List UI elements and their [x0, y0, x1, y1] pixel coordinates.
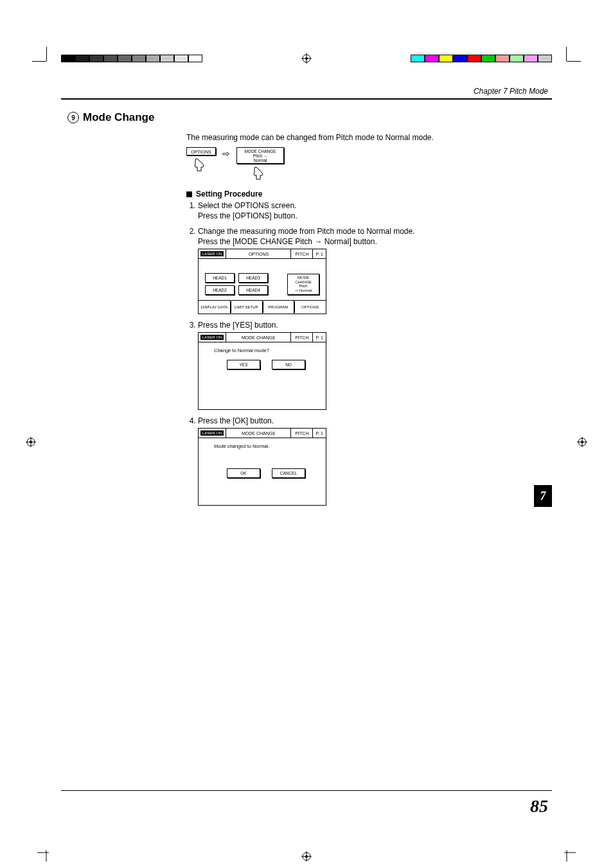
- tab-limit-setup[interactable]: LIMIT SETUP: [231, 301, 263, 314]
- arrow-right-icon: ⇨: [222, 148, 230, 159]
- section-number-icon: 9: [67, 112, 79, 123]
- step-2-lead: Change the measuring mode from Pitch mod…: [198, 227, 415, 236]
- no-button[interactable]: NO: [272, 360, 305, 369]
- done-message: Mode changed to Normal.: [204, 442, 321, 456]
- step-4: Press the [OK] button. LASER ON MODE CHA…: [198, 416, 552, 506]
- screen-title: OPTIONS: [226, 249, 291, 258]
- screen-title: MODE CHANGE: [226, 333, 291, 342]
- printer-marks-top: [0, 55, 613, 80]
- step-3-lead: Press the [YES] button.: [198, 321, 278, 330]
- step-4-lead: Press the [OK] button.: [198, 416, 274, 425]
- step-1: Select the OPTIONS screen. Press the [OP…: [198, 201, 552, 220]
- ok-button[interactable]: OK: [227, 468, 260, 478]
- flow-modechange-button: MODE CHANGE Pitch → Normal: [236, 147, 284, 164]
- tab-program[interactable]: PROGRAM: [263, 301, 295, 314]
- header-rule: [61, 98, 552, 100]
- head2-button[interactable]: HEAD2: [205, 285, 235, 295]
- screen-page: P. 1: [313, 249, 326, 258]
- tab-options[interactable]: OPTIONS: [294, 301, 326, 314]
- page-content: Chapter 7 Pitch Mode 9 Mode Change The m…: [61, 87, 552, 823]
- confirm-message: Change to Normal mode?: [204, 346, 321, 360]
- hand-pointer-icon: [191, 158, 211, 172]
- section-title-text: Mode Change: [83, 111, 154, 124]
- screen-page: P. 1: [313, 333, 326, 342]
- done-screen: LASER ON MODE CHANGE PITCH P. 1 Mode cha…: [198, 428, 326, 506]
- procedure-heading-text: Setting Procedure: [196, 190, 262, 199]
- tab-display-data[interactable]: DISPLAY DATA: [199, 301, 231, 314]
- laser-on-indicator: LASER ON: [200, 251, 224, 257]
- hand-pointer-icon: [251, 166, 270, 181]
- screen-mode: PITCH: [291, 249, 313, 258]
- grayscale-swatches: [61, 55, 202, 62]
- confirm-screen: LASER ON MODE CHANGE PITCH P. 1 Change t…: [198, 332, 326, 410]
- options-screen: LASER ON OPTIONS PITCH P. 1 HEAD1 HEAD2 …: [198, 249, 326, 314]
- flow-options-button: OPTIONS: [186, 147, 216, 155]
- step-1-lead: Select the OPTIONS screen.: [198, 201, 296, 210]
- step-3: Press the [YES] button. LASER ON MODE CH…: [198, 321, 552, 410]
- crop-mark-br: [558, 844, 576, 864]
- step-2: Change the measuring mode from Pitch mod…: [198, 227, 552, 314]
- color-swatches: [411, 55, 552, 62]
- laser-on-indicator: LASER ON: [200, 334, 224, 341]
- flow-mc-line2: Pitch →: [238, 154, 283, 158]
- screen-title: MODE CHANGE: [226, 429, 291, 438]
- printer-marks-bottom: [0, 842, 613, 868]
- head4-button[interactable]: HEAD4: [238, 285, 268, 295]
- chapter-side-tab: 7: [534, 485, 552, 507]
- yes-button[interactable]: YES: [227, 360, 260, 369]
- procedure-heading: Setting Procedure: [186, 190, 552, 199]
- registration-mark-right: [577, 437, 587, 449]
- square-bullet-icon: [186, 191, 192, 197]
- flow-mc-line1: MODE CHANGE: [238, 149, 283, 154]
- page-number: 85: [530, 796, 548, 817]
- registration-mark-top: [301, 53, 312, 64]
- cancel-button[interactable]: CANCEL: [272, 468, 305, 478]
- head3-button[interactable]: HEAD3: [238, 273, 268, 283]
- intro-text: The measuring mode can be changed from P…: [186, 133, 552, 142]
- flow-mc-line3: Normal: [238, 158, 283, 163]
- screen-page: P. 1: [313, 429, 326, 438]
- crop-mark-tr: [556, 56, 576, 75]
- flow-diagram: OPTIONS ⇨ MODE CHANGE Pitch → Normal: [186, 147, 552, 181]
- mode-change-button[interactable]: MODE CHANGE Pitch -> Normal: [287, 274, 319, 294]
- section-heading: 9 Mode Change: [67, 111, 552, 124]
- laser-on-indicator: LASER ON: [200, 430, 224, 436]
- screen-mode: PITCH: [291, 429, 313, 438]
- head1-button[interactable]: HEAD1: [205, 273, 235, 283]
- steps-list: Select the OPTIONS screen. Press the [OP…: [186, 201, 552, 506]
- registration-mark-left: [26, 437, 36, 449]
- crop-mark-tl: [37, 56, 57, 75]
- running-header: Chapter 7 Pitch Mode: [61, 87, 552, 96]
- crop-mark-bl: [37, 844, 55, 864]
- screen-mode: PITCH: [291, 333, 313, 342]
- registration-mark-bottom: [301, 851, 312, 862]
- footer-rule: [61, 790, 552, 791]
- step-2-sub: Press the [MODE CHANGE Pitch → Normal] b…: [198, 237, 552, 246]
- step-1-sub: Press the [OPTIONS] button.: [198, 211, 552, 220]
